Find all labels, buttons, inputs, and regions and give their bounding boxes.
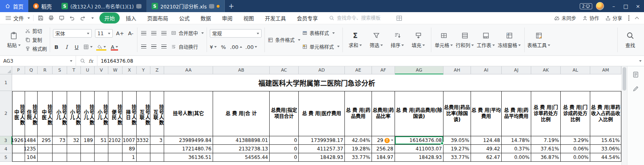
docer-tab[interactable]: 稻壳 (28, 0, 57, 12)
warning-dropdown-caret[interactable] (391, 140, 393, 141)
worksheet-button[interactable]: 工作表 (475, 25, 496, 54)
sidebar-edit-icon[interactable] (632, 85, 639, 92)
column-header-S[interactable]: S (53, 66, 67, 74)
cell-AA3[interactable]: 23989499.84 (164, 136, 213, 145)
cell-AG4[interactable]: 411003.07 (395, 145, 443, 153)
column-header-AH[interactable]: AH (443, 66, 471, 74)
row-header-2[interactable]: 2 (0, 91, 12, 136)
row-header-4[interactable]: 4 (0, 145, 12, 153)
column-header-AI[interactable]: AI (471, 66, 502, 74)
cell-AD4[interactable]: 411257.37 (299, 145, 345, 153)
align-top-button[interactable] (140, 30, 147, 37)
cell-AG3[interactable]: 16164376.08 (395, 136, 443, 145)
column-header-AK[interactable]: AK (531, 66, 561, 74)
vertical-scrollbar[interactable] (621, 66, 627, 165)
name-box[interactable]: AG3 (0, 56, 76, 66)
bold-button[interactable]: B (53, 43, 60, 51)
cell-AK3[interactable]: 7.19% (531, 136, 561, 145)
cell-X4[interactable]: 89 (122, 145, 137, 153)
cell-T4[interactable] (67, 145, 81, 153)
cell-V4[interactable] (95, 145, 108, 153)
menu-tab-5[interactable]: 审阅 (217, 13, 237, 23)
save-button[interactable] (38, 15, 44, 21)
header-cell-AF[interactable]: 总费用|药品比率 (372, 91, 395, 136)
select-all-corner[interactable] (0, 66, 12, 74)
cell-AJ4[interactable]: 0.37% (502, 145, 531, 153)
decrease-decimal-button[interactable]: .00 (245, 43, 258, 51)
header-cell-AC[interactable]: 总费用|指定项目合计 (270, 91, 299, 136)
header-cell-U[interactable]: 挂号人数 小儿 (81, 91, 95, 136)
cell-U5[interactable] (81, 153, 95, 162)
cell-AH4[interactable]: 19.27% (443, 145, 471, 153)
cell-P5[interactable] (12, 153, 25, 162)
column-header-AE[interactable]: AE (345, 66, 372, 74)
cell-W4[interactable] (108, 145, 122, 153)
column-header-Q[interactable]: Q (25, 66, 38, 74)
fill-color-button[interactable] (96, 43, 107, 51)
cell-AH5[interactable]: 33.77% (443, 153, 471, 162)
header-cell-AM[interactable]: 总 费 用|草药收入占药品收入比例 (590, 91, 621, 136)
cell-AE4[interactable]: 19.28% (345, 145, 372, 153)
file-menu-button[interactable]: 文件 (2, 14, 33, 22)
column-header-AA[interactable]: AA (164, 66, 213, 74)
table-style-button[interactable]: 表格样式 (302, 30, 340, 36)
header-cell-Y[interactable]: 挂号人数 互联 (137, 91, 150, 136)
print-button[interactable] (48, 15, 54, 21)
close-button[interactable]: × (632, 0, 644, 12)
cell-X3[interactable]: 1007 (122, 136, 137, 145)
column-header-AM[interactable]: AM (590, 66, 621, 74)
more-options-icon[interactable] (628, 17, 629, 19)
error-warning-icon[interactable]: ! (384, 138, 390, 143)
cell-AI5[interactable]: 62.47 (471, 153, 502, 162)
column-header-Z[interactable]: Z (150, 66, 164, 74)
cell-V5[interactable] (95, 153, 108, 162)
italic-button[interactable]: I (63, 43, 70, 51)
freeze-panes-button[interactable]: 冻结窗格 (496, 25, 522, 54)
shrink-font-button[interactable]: A- (127, 30, 134, 37)
increase-decimal-button[interactable]: .00 (230, 43, 242, 51)
column-header-P[interactable]: P (12, 66, 25, 74)
scrollbar-thumb[interactable] (623, 67, 626, 91)
cell-AD5[interactable]: 18428.93 (299, 153, 345, 162)
collapse-ribbon-icon[interactable] (635, 17, 639, 21)
cell-AF3[interactable]: 29! (372, 136, 395, 145)
cell-Y5[interactable] (137, 153, 150, 162)
conditional-format-button[interactable]: 条件格式 (268, 36, 300, 43)
cell-T5[interactable] (67, 153, 81, 162)
cell-AM3[interactable]: 15.61% (590, 136, 621, 145)
cell-S3[interactable]: 73 (53, 136, 67, 145)
insert-function-button[interactable]: fx (89, 58, 93, 64)
redo-button[interactable] (80, 15, 86, 21)
header-cell-S[interactable]: 挂号人数 小儿 (53, 91, 67, 136)
column-header-R[interactable]: R (38, 66, 53, 74)
cell-AL3[interactable]: 3.29% (561, 136, 590, 145)
header-cell-V[interactable]: 挂号人数 小儿 (95, 91, 108, 136)
menu-tab-3[interactable]: 公式 (174, 13, 194, 23)
header-cell-T[interactable]: 挂号人数 小儿 (67, 91, 81, 136)
templates-grid-icon[interactable] (397, 16, 402, 21)
cell-R4[interactable] (38, 145, 53, 153)
cell-AL4[interactable]: 0.06% (561, 145, 590, 153)
row-header-5[interactable]: 5 (0, 153, 12, 162)
menu-tab-2[interactable]: 页面布局 (142, 13, 173, 23)
cell-S4[interactable] (53, 145, 67, 153)
collaborate-button[interactable]: 协作 (582, 15, 599, 21)
header-cell-AH[interactable]: 总费用|药品比率(除国谈) (443, 91, 471, 136)
search-input[interactable] (337, 15, 394, 21)
header-cell-AK[interactable]: 总 费 用|门诊草药处方比例 (531, 91, 561, 136)
window-count-badge[interactable]: 2 (580, 3, 592, 9)
currency-format-button[interactable]: ¥ (210, 43, 217, 51)
cell-U4[interactable] (81, 145, 95, 153)
cell-AG5[interactable]: 18428.93 (395, 153, 443, 162)
format-painter-button[interactable]: 格式刷 (25, 45, 47, 52)
column-header-U[interactable]: U (81, 66, 95, 74)
menu-tab-7[interactable]: 开发工具 (260, 13, 291, 23)
column-header-AG[interactable]: AG (395, 66, 443, 74)
column-header-Y[interactable]: Y (137, 66, 150, 74)
cell-Z5[interactable] (150, 153, 164, 162)
cell-AI4[interactable]: 49.42 (471, 145, 502, 153)
new-tab-button[interactable]: + (225, 0, 238, 12)
column-header-AF[interactable]: AF (372, 66, 395, 74)
formula-input[interactable]: 16164376.08 (97, 56, 635, 66)
cell-R5[interactable] (38, 153, 53, 162)
